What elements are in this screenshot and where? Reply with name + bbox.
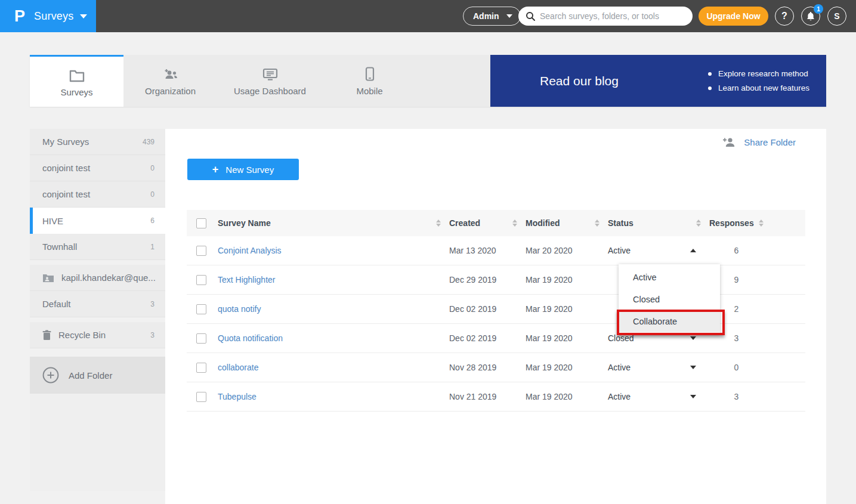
folder-label: conjoint test [42, 189, 90, 199]
survey-name-link[interactable]: Conjoint Analysis [218, 246, 282, 255]
notifications-button[interactable]: 1 [801, 7, 820, 26]
tab-label: Surveys [60, 87, 92, 97]
status-dropdown-trigger[interactable]: Active [608, 246, 709, 255]
modified-date: Mar 19 2020 [526, 275, 608, 285]
row-checkbox[interactable] [196, 246, 206, 256]
new-survey-label: New Survey [225, 165, 274, 175]
select-all-checkbox[interactable] [196, 218, 206, 228]
chevron-down-icon[interactable] [690, 336, 696, 340]
status-value: Active [608, 246, 631, 255]
add-folder-button[interactable]: Add Folder [30, 357, 165, 394]
responses-count: 6 [709, 246, 805, 255]
sidebar-item-conjoint-test-2[interactable]: conjoint test 0 [30, 181, 165, 208]
surveys-panel: Share Folder + New Survey Survey Name Cr… [165, 129, 826, 504]
responses-count: 2 [709, 304, 805, 314]
chevron-down-icon[interactable] [690, 395, 696, 398]
folder-label: HIVE [42, 216, 63, 226]
tab-label: Mobile [356, 86, 382, 96]
banner-bullet: Learn about new features [708, 84, 809, 92]
sort-icon[interactable] [436, 219, 441, 227]
status-option-active[interactable]: Active [619, 266, 720, 288]
row-checkbox[interactable] [196, 275, 206, 285]
share-folder-button[interactable]: Share Folder [722, 137, 796, 147]
trash-icon [42, 330, 51, 341]
sidebar-item-my-surveys[interactable]: My Surveys 439 [30, 129, 165, 155]
modified-date: Mar 20 2020 [526, 246, 608, 255]
row-checkbox[interactable] [196, 392, 206, 402]
column-header-survey-name: Survey Name [218, 218, 271, 228]
section-tabs-card: Surveys Organization Usage Dashboard Mob… [30, 55, 826, 107]
survey-name-link[interactable]: Tubepulse [218, 392, 257, 401]
responses-count: 3 [709, 392, 805, 401]
column-header-responses: Responses [709, 218, 754, 228]
survey-name-link[interactable]: quota notify [218, 304, 261, 314]
responses-count: 3 [709, 333, 805, 343]
folder-count: 0 [150, 190, 154, 199]
sidebar-filler [30, 394, 165, 491]
status-value: Closed [608, 333, 634, 343]
sort-icon[interactable] [512, 219, 517, 227]
survey-name-link[interactable]: Text Highlighter [218, 275, 276, 285]
modified-date: Mar 19 2020 [526, 392, 608, 401]
sidebar-item-shared-folder[interactable]: kapil.khandekar@que... [30, 265, 165, 291]
folder-label: conjoint test [42, 163, 90, 173]
page: P Surveys Admin Upgrade Now ? 1 S [0, 0, 856, 504]
sort-icon[interactable] [595, 219, 599, 227]
sidebar-item-recycle-bin[interactable]: Recycle Bin 3 [30, 322, 165, 348]
sidebar-divider [30, 260, 165, 265]
tab-label: Usage Dashboard [234, 86, 306, 96]
avatar-initial: S [834, 11, 839, 21]
tabs-zone: Surveys Organization Usage Dashboard Mob… [30, 55, 490, 107]
bell-icon [806, 11, 815, 21]
status-dropdown-trigger[interactable]: Active [608, 392, 709, 401]
row-checkbox[interactable] [196, 363, 206, 373]
row-checkbox[interactable] [196, 333, 206, 344]
people-add-icon [162, 66, 180, 81]
folder-count: 3 [150, 331, 154, 339]
responses-count: 9 [709, 275, 805, 285]
sidebar-item-hive[interactable]: HIVE 6 [30, 208, 165, 234]
tab-label: Organization [145, 86, 196, 96]
search-input[interactable] [540, 11, 685, 21]
created-date: Dec 02 2019 [449, 333, 526, 343]
blog-banner[interactable]: Read our blog Explore research method Le… [490, 55, 826, 107]
chevron-up-icon[interactable] [690, 249, 696, 252]
tab-mobile[interactable]: Mobile [323, 55, 416, 107]
tab-usage-dashboard[interactable]: Usage Dashboard [217, 55, 323, 107]
folder-label: Recycle Bin [58, 330, 106, 340]
status-option-closed[interactable]: Closed [619, 288, 720, 310]
sidebar-divider [30, 348, 165, 357]
survey-name-link[interactable]: collaborate [218, 363, 259, 372]
tab-surveys[interactable]: Surveys [30, 55, 123, 107]
chevron-down-icon [80, 14, 87, 18]
dashboard-icon [262, 66, 278, 81]
status-dropdown-trigger[interactable]: Active [608, 363, 709, 372]
status-option-collaborate[interactable]: Collaborate [619, 310, 720, 332]
tab-organization[interactable]: Organization [123, 55, 217, 107]
help-button[interactable]: ? [775, 7, 794, 26]
admin-label: Admin [473, 11, 499, 21]
banner-bullet: Explore research method [708, 69, 809, 78]
admin-menu-button[interactable]: Admin [463, 7, 521, 26]
status-value: Active [608, 392, 631, 401]
survey-name-link[interactable]: Quota notification [218, 333, 283, 343]
sidebar-item-conjoint-test-1[interactable]: conjoint test 0 [30, 155, 165, 181]
created-date: Dec 02 2019 [449, 304, 526, 314]
sidebar-item-townhall[interactable]: Townhall 1 [30, 234, 165, 260]
sort-icon[interactable] [696, 219, 701, 227]
product-switcher[interactable]: P Surveys [0, 0, 96, 32]
sort-icon[interactable] [759, 219, 764, 227]
folder-label: Townhall [42, 242, 77, 252]
new-survey-button[interactable]: + New Survey [187, 159, 299, 180]
status-dropdown-trigger[interactable]: Closed [608, 333, 709, 343]
modified-date: Mar 19 2020 [526, 333, 608, 343]
table-row: Conjoint Analysis Mar 13 2020 Mar 20 202… [187, 236, 805, 265]
responses-count: 0 [709, 363, 805, 372]
upgrade-now-button[interactable]: Upgrade Now [699, 7, 768, 26]
row-checkbox[interactable] [196, 304, 206, 314]
user-avatar[interactable]: S [827, 7, 846, 26]
mobile-icon [365, 66, 375, 81]
search-icon [526, 11, 535, 21]
chevron-down-icon[interactable] [690, 366, 696, 369]
sidebar-item-default[interactable]: Default 3 [30, 291, 165, 317]
